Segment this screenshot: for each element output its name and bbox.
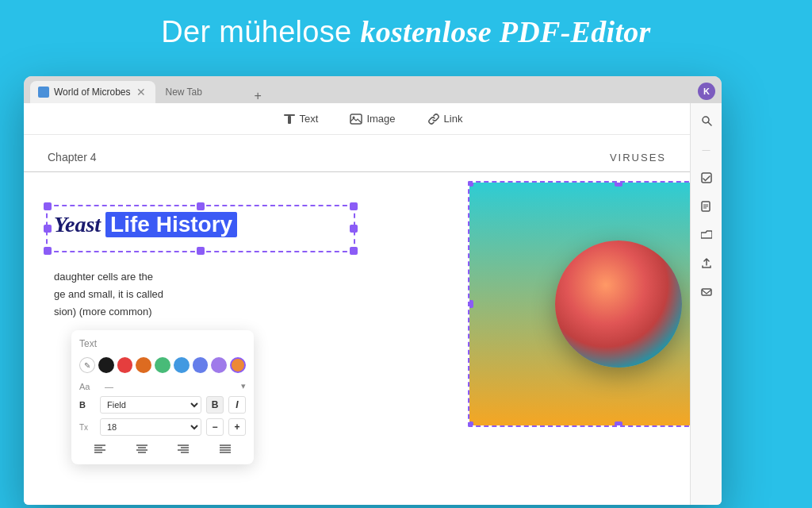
tab-close-button[interactable]: ✕: [135, 86, 147, 98]
swatch-black[interactable]: [98, 357, 114, 373]
svg-rect-11: [702, 289, 711, 295]
font-size-select[interactable]: 18: [100, 418, 201, 436]
svg-rect-2: [350, 114, 362, 124]
font-size-stepper-row: Tx 18 − +: [79, 418, 246, 436]
font-size-row: Aa — ▾: [79, 381, 246, 391]
swatch-active[interactable]: [230, 357, 246, 373]
chapter-right-title: VIRUSES: [610, 152, 666, 164]
size-increment-button[interactable]: +: [228, 418, 246, 436]
chapter-label: Chapter 4: [48, 151, 96, 164]
handle-top-left[interactable]: [44, 202, 52, 210]
pdf-icon[interactable]: [695, 195, 718, 217]
bold-field-row: B Field B I: [79, 396, 246, 414]
upload-icon[interactable]: [695, 252, 718, 275]
handle-left-mid[interactable]: [44, 225, 52, 233]
svg-rect-6: [702, 173, 711, 183]
italic-button[interactable]: I: [228, 396, 246, 414]
svg-rect-0: [284, 114, 295, 116]
image-selection-box[interactable]: [468, 181, 690, 427]
email-icon[interactable]: [695, 281, 718, 303]
font-field-select[interactable]: Field: [100, 396, 201, 414]
pdf-content-area: Chapter 4 VIRUSES Yeast Life History dau…: [24, 135, 690, 505]
save-icon[interactable]: [695, 167, 718, 189]
text-icon: [283, 113, 296, 125]
hero-title-normal: Der mühelose: [161, 15, 360, 48]
swatch-green[interactable]: [155, 357, 170, 373]
img-handle-left-mid[interactable]: [468, 300, 473, 308]
toolbar-link-label: Link: [444, 113, 463, 125]
color-swatches-row: ✎: [79, 357, 246, 373]
toolbar-text-label: Text: [300, 113, 319, 125]
bold-label: B: [79, 400, 95, 410]
title-life-history: Life History: [105, 212, 237, 237]
font-size-label: Aa: [79, 382, 95, 391]
handle-top-mid[interactable]: [197, 202, 205, 210]
bold-button[interactable]: B: [206, 396, 224, 414]
handle-bottom-mid[interactable]: [197, 247, 205, 255]
body-line3: sion) (more common): [54, 303, 163, 321]
alignment-row: [79, 441, 246, 456]
folder-icon[interactable]: [695, 224, 718, 246]
handle-bottom-right[interactable]: [350, 247, 358, 255]
align-justify-button[interactable]: [217, 441, 233, 456]
avatar-letter: K: [703, 87, 710, 96]
swatch-purple[interactable]: [211, 357, 227, 373]
text-format-panel: Text ✎ Aa — ▾ B: [71, 330, 254, 464]
sphere-image: [469, 183, 690, 425]
image-icon: [350, 113, 362, 125]
svg-line-5: [708, 122, 711, 125]
editor-toolbar: Text Image Link: [24, 103, 722, 135]
hero-title: Der mühelose kostenlose PDF-Editor: [0, 0, 812, 49]
img-handle-top-mid[interactable]: [615, 181, 622, 187]
swatch-indigo[interactable]: [193, 357, 209, 373]
body-text: daughter cells are the ge and small, it …: [54, 268, 163, 321]
sphere-object: [555, 241, 682, 368]
toolbar-image-btn[interactable]: Image: [343, 110, 401, 129]
tab-plus-button[interactable]: +: [254, 89, 261, 103]
user-avatar[interactable]: K: [698, 83, 715, 100]
svg-rect-1: [288, 116, 291, 124]
toolbar-link-btn[interactable]: Link: [421, 110, 469, 129]
img-handle-top-left[interactable]: [468, 181, 473, 187]
right-sidebar: —: [690, 103, 722, 505]
font-size-minus: —: [100, 382, 118, 391]
tab-active[interactable]: World of Microbes ✕: [30, 81, 155, 103]
tab-active-label: World of Microbes: [54, 87, 130, 98]
swatch-orange[interactable]: [136, 357, 151, 373]
img-handle-bottom-left[interactable]: [468, 421, 473, 427]
align-left-button[interactable]: [92, 441, 108, 456]
handle-bottom-left[interactable]: [44, 247, 52, 255]
panel-title: Text: [79, 338, 246, 349]
body-line2: ge and small, it is called: [54, 286, 163, 303]
swatch-red[interactable]: [117, 357, 133, 373]
tab-bar-right: K: [698, 83, 715, 100]
tx-label: Tx: [79, 423, 95, 432]
hero-title-italic: kostenlose PDF-Editor: [360, 15, 650, 48]
handle-top-right[interactable]: [350, 202, 358, 210]
body-line1: daughter cells are the: [54, 268, 163, 286]
tab-new-label: New Tab: [165, 87, 201, 98]
align-right-button[interactable]: [175, 441, 191, 456]
browser-window: World of Microbes ✕ New Tab + K Text Ima…: [24, 76, 722, 505]
color-edit-btn[interactable]: ✎: [79, 357, 95, 373]
size-decrement-button[interactable]: −: [206, 418, 224, 436]
document-title[interactable]: Yeast Life History: [54, 212, 237, 237]
search-icon[interactable]: [695, 110, 718, 132]
link-icon: [427, 113, 440, 125]
font-size-dropdown-arrow[interactable]: ▾: [241, 381, 246, 391]
toolbar-text-btn[interactable]: Text: [277, 110, 325, 129]
align-center-button[interactable]: [134, 441, 150, 456]
handle-right-mid[interactable]: [350, 225, 358, 233]
img-handle-bottom-mid[interactable]: [615, 421, 622, 427]
chapter-header: Chapter 4 VIRUSES: [24, 135, 690, 172]
tab-new[interactable]: New Tab: [155, 81, 251, 103]
divider-icon: —: [695, 138, 718, 160]
tab-favicon: [38, 87, 49, 98]
swatch-blue[interactable]: [174, 357, 190, 373]
title-yeast: Yeast: [54, 212, 101, 237]
tab-bar: World of Microbes ✕ New Tab + K: [24, 76, 722, 103]
toolbar-image-label: Image: [366, 113, 395, 125]
